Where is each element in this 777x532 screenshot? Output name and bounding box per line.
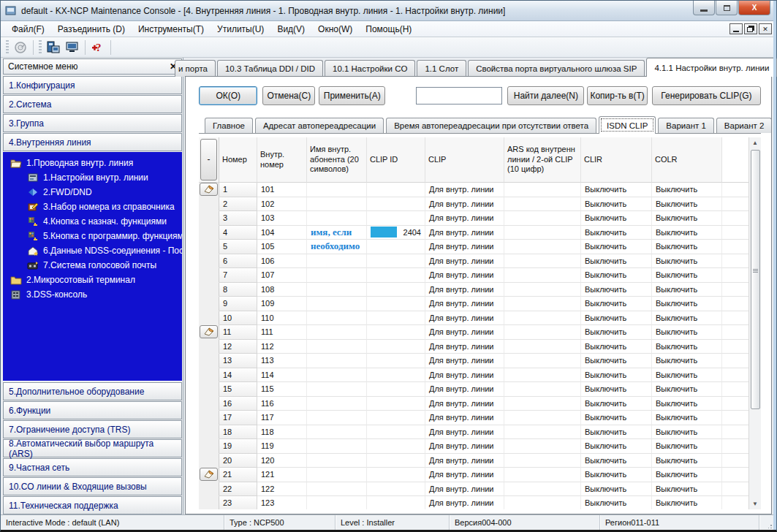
extension-number-cell[interactable]: 119 bbox=[257, 439, 307, 454]
row-number-cell[interactable]: 22 bbox=[219, 482, 257, 497]
save-to-pc-button[interactable] bbox=[44, 39, 63, 56]
clir-cell[interactable]: Выключить bbox=[581, 468, 652, 482]
clir-cell[interactable]: Выключить bbox=[581, 425, 652, 440]
extension-name-cell[interactable] bbox=[307, 183, 367, 197]
generate-clip-button[interactable]: Генерировать CLIP(G) bbox=[652, 86, 761, 105]
row-number-cell[interactable]: 18 bbox=[219, 425, 257, 440]
sidebar-section-3[interactable]: 3.Группа bbox=[3, 114, 182, 132]
toolbar-gripper[interactable] bbox=[39, 40, 42, 55]
ars-code-cell[interactable] bbox=[504, 283, 581, 297]
document-tab-3[interactable]: 10.1 Настройки CO bbox=[325, 60, 415, 77]
extension-name-cell[interactable] bbox=[307, 496, 367, 509]
extension-number-cell[interactable]: 112 bbox=[257, 340, 307, 354]
column-header-5[interactable]: CLIP bbox=[425, 137, 504, 183]
sidebar-section-5[interactable]: 5.Дополнительное оборудование bbox=[3, 382, 182, 400]
document-tab-4[interactable]: 1.1 Слот bbox=[417, 60, 466, 77]
help-button[interactable]: ? bbox=[88, 39, 107, 56]
ars-code-cell[interactable] bbox=[504, 311, 581, 326]
clip-cell[interactable]: Для внутр. линии bbox=[425, 268, 504, 283]
extension-number-cell[interactable]: 105 bbox=[257, 240, 307, 254]
extension-name-cell[interactable] bbox=[307, 325, 367, 340]
scrollbar-thumb[interactable] bbox=[751, 150, 760, 409]
extension-number-cell[interactable]: 122 bbox=[257, 482, 307, 497]
column-header-7[interactable]: CLIR bbox=[581, 137, 652, 183]
clip-cell[interactable]: Для внутр. линии bbox=[425, 496, 504, 509]
extension-number-cell[interactable]: 117 bbox=[257, 411, 307, 425]
sidebar-section-10[interactable]: 10.CO линии & Входящие вызовы bbox=[3, 477, 182, 495]
clip-id-cell[interactable] bbox=[367, 197, 425, 212]
ars-code-cell[interactable] bbox=[504, 226, 581, 240]
tree-item-10[interactable]: 3.DSS-консоль bbox=[3, 287, 182, 302]
maximize-button[interactable] bbox=[716, 1, 738, 15]
extension-name-cell[interactable] bbox=[307, 197, 367, 212]
extension-name-cell[interactable] bbox=[307, 439, 367, 454]
extension-number-cell[interactable]: 120 bbox=[257, 454, 307, 468]
scroll-down-icon[interactable]: ▼ bbox=[750, 498, 761, 509]
row-number-cell[interactable]: 3 bbox=[219, 211, 257, 226]
clip-id-cell[interactable] bbox=[367, 183, 425, 197]
clip-cell[interactable]: Для внутр. линии bbox=[425, 226, 504, 240]
card-button[interactable] bbox=[200, 183, 218, 196]
extension-number-cell[interactable]: 115 bbox=[257, 382, 307, 397]
clir-cell[interactable]: Выключить bbox=[581, 226, 652, 240]
colr-cell[interactable]: Выключить bbox=[652, 354, 722, 368]
colr-cell[interactable]: Выключить bbox=[652, 197, 722, 212]
row-number-cell[interactable]: 11 bbox=[219, 325, 257, 340]
sidebar-section-7[interactable]: 7.Ограничение доступа (TRS) bbox=[3, 420, 182, 438]
extension-name-cell[interactable] bbox=[307, 468, 367, 482]
clip-id-cell[interactable]: 2404 bbox=[367, 226, 425, 240]
apply-button[interactable]: Применить(А) bbox=[319, 86, 385, 105]
document-tab-5[interactable]: Свойства порта виртуального шлюза SIP bbox=[468, 60, 645, 77]
clip-id-cell[interactable] bbox=[367, 240, 425, 254]
clir-cell[interactable]: Выключить bbox=[581, 254, 652, 269]
clir-cell[interactable]: Выключить bbox=[581, 197, 652, 212]
clir-cell[interactable]: Выключить bbox=[581, 411, 652, 425]
clip-id-cell[interactable] bbox=[367, 425, 425, 440]
clip-cell[interactable]: Для внутр. линии bbox=[425, 325, 504, 340]
extension-name-cell[interactable] bbox=[307, 311, 367, 326]
clip-cell[interactable]: Для внутр. линии bbox=[425, 382, 504, 397]
column-header-3[interactable]: Имя внутр. абонента (20 символов) bbox=[307, 137, 367, 183]
clir-cell[interactable]: Выключить bbox=[581, 311, 652, 326]
colr-cell[interactable]: Выключить bbox=[652, 283, 722, 297]
colr-cell[interactable]: Выключить bbox=[652, 268, 722, 283]
row-number-cell[interactable]: 13 bbox=[219, 354, 257, 368]
tree-item-3[interactable]: 2.FWD/DND bbox=[3, 185, 182, 200]
mdi-close-button[interactable]: ✕ bbox=[759, 23, 772, 34]
ars-code-cell[interactable] bbox=[504, 468, 581, 482]
tree-item-1[interactable]: 1.Проводная внутр. линия bbox=[3, 156, 182, 170]
sidebar-section-6[interactable]: 6.Функции bbox=[3, 401, 182, 419]
colr-cell[interactable]: Выключить bbox=[652, 254, 722, 269]
extension-number-cell[interactable]: 116 bbox=[257, 397, 307, 411]
menu-item-7[interactable]: Помощь(Н) bbox=[359, 23, 418, 36]
row-number-cell[interactable]: 6 bbox=[219, 254, 257, 269]
clip-cell[interactable]: Для внутр. линии bbox=[425, 197, 504, 212]
extension-number-cell[interactable]: 102 bbox=[257, 197, 307, 212]
collapse-all-button[interactable]: - bbox=[200, 139, 217, 180]
extension-number-cell[interactable]: 118 bbox=[257, 425, 307, 440]
tree-item-7[interactable]: 6.Данные NDSS-соединения - Посла bbox=[3, 243, 182, 258]
row-number-cell[interactable]: 15 bbox=[219, 382, 257, 397]
row-number-cell[interactable]: 9 bbox=[219, 297, 257, 311]
mdi-restore-button[interactable] bbox=[744, 23, 757, 34]
clip-id-cell[interactable] bbox=[367, 211, 425, 226]
clir-cell[interactable]: Выключить bbox=[581, 297, 652, 311]
clip-cell[interactable]: Для внутр. линии bbox=[425, 311, 504, 326]
extension-number-cell[interactable]: 101 bbox=[257, 183, 307, 197]
sidebar-section-4[interactable]: 4.Внутренняя линия bbox=[3, 133, 182, 151]
row-number-cell[interactable]: 10 bbox=[219, 311, 257, 326]
clir-cell[interactable]: Выключить bbox=[581, 283, 652, 297]
colr-cell[interactable]: Выключить bbox=[652, 226, 722, 240]
extension-name-cell[interactable]: имя, если bbox=[307, 226, 367, 240]
clir-cell[interactable]: Выключить bbox=[581, 325, 652, 340]
clip-cell[interactable]: Для внутр. линии bbox=[425, 254, 504, 269]
column-header-8[interactable]: COLR bbox=[652, 137, 722, 183]
toolbar-gripper[interactable] bbox=[6, 40, 9, 55]
colr-cell[interactable]: Выключить bbox=[652, 482, 722, 497]
extension-number-cell[interactable]: 104 bbox=[257, 226, 307, 240]
extension-name-cell[interactable] bbox=[307, 283, 367, 297]
ars-code-cell[interactable] bbox=[504, 482, 581, 497]
subtab-6[interactable]: Вариант 2 bbox=[716, 118, 772, 133]
ars-code-cell[interactable] bbox=[504, 240, 581, 254]
clip-id-cell[interactable] bbox=[367, 496, 425, 509]
